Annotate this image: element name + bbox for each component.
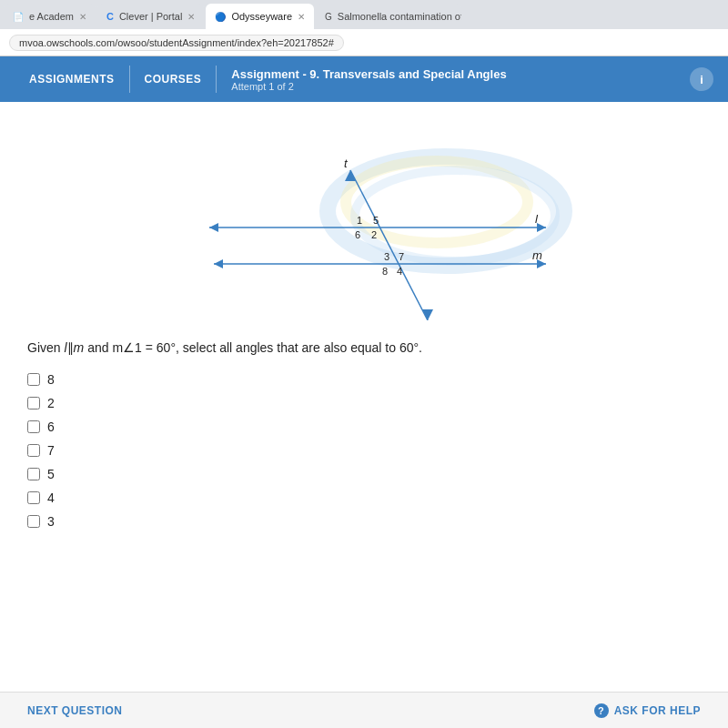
tab-odysseyware[interactable]: 🔵 Odysseyware ✕ <box>206 4 314 29</box>
option-2: 2 <box>27 396 701 410</box>
angle-8-label: 8 <box>382 266 388 277</box>
checkbox-2[interactable] <box>27 397 40 410</box>
browser-tabs: 📄 e Academ ✕ C Clever | Portal ✕ 🔵 Odyss… <box>0 0 728 29</box>
angle-7-label: 7 <box>399 251 404 262</box>
checkbox-5[interactable] <box>27 468 40 480</box>
ask-for-help-button[interactable]: ? ASK FOR HELP <box>594 703 701 718</box>
option-6: 6 <box>27 420 701 434</box>
assignment-prefix: Assignment <box>231 67 298 81</box>
option-8: 8 <box>27 372 701 387</box>
checkbox-8[interactable] <box>27 373 40 386</box>
assignment-name: 9. Transversals and Special Angles <box>309 67 506 81</box>
footer: NEXT QUESTION ? ASK FOR HELP <box>0 692 728 728</box>
option-7: 7 <box>27 443 701 458</box>
angle-2-label: 2 <box>371 229 377 240</box>
attempt-label: Attempt 1 of 2 <box>231 81 675 92</box>
angle-1-label: 1 <box>357 215 362 226</box>
checkbox-4[interactable] <box>27 491 40 504</box>
courses-nav[interactable]: COURSES <box>130 73 217 86</box>
label-5: 5 <box>47 467 55 481</box>
angle-4-label: 4 <box>397 266 402 277</box>
app-header: ASSIGNMENTS COURSES Assignment - 9. Tran… <box>0 56 728 102</box>
checkbox-7[interactable] <box>27 444 40 457</box>
svg-marker-7 <box>214 259 223 268</box>
svg-marker-11 <box>422 309 433 320</box>
tab-academy[interactable]: 📄 e Academ ✕ <box>4 4 96 29</box>
help-icon: ? <box>594 703 609 718</box>
label-3: 3 <box>47 514 55 529</box>
assignments-nav[interactable]: ASSIGNMENTS <box>15 73 129 86</box>
option-3: 3 <box>27 514 701 529</box>
main-content: l m t 1 5 6 2 <box>0 102 728 692</box>
checkbox-3[interactable] <box>27 515 40 528</box>
info-icon-button[interactable]: i <box>690 67 713 91</box>
checkbox-6[interactable] <box>27 420 40 433</box>
option-5: 5 <box>27 467 701 481</box>
angle-6-label: 6 <box>355 229 360 240</box>
assignment-info: Assignment - 9. Transversals and Special… <box>217 67 690 92</box>
next-question-button[interactable]: NEXT QUESTION <box>27 704 123 717</box>
label-6: 6 <box>47 420 55 434</box>
question-text: Given l∥m and m∠1 = 60°, select all angl… <box>27 339 701 358</box>
option-4: 4 <box>27 490 701 505</box>
tab-google[interactable]: G Salmonella contamination of ✕ <box>316 4 461 29</box>
svg-marker-4 <box>209 223 218 232</box>
diagram-container: l m t 1 5 6 2 <box>27 120 701 320</box>
angle-3-label: 3 <box>384 251 389 262</box>
line-t-label: t <box>344 157 349 170</box>
address-bar: mvoa.owschools.com/owsoo/studentAssignme… <box>0 29 728 56</box>
tab-clever[interactable]: C Clever | Portal ✕ <box>97 4 204 29</box>
geometry-diagram: l m t 1 5 6 2 <box>155 120 573 320</box>
assignment-title: Assignment - 9. Transversals and Special… <box>231 67 675 81</box>
label-7: 7 <box>47 443 55 458</box>
ask-help-label: ASK FOR HELP <box>614 704 701 717</box>
line-m-label: m <box>532 248 542 262</box>
given-prefix: Given l∥m and m∠1 = 60°, select all angl… <box>27 340 422 355</box>
angle-5-label: 5 <box>373 215 379 226</box>
url-display[interactable]: mvoa.owschools.com/owsoo/studentAssignme… <box>9 35 344 51</box>
label-4: 4 <box>47 490 55 505</box>
label-8: 8 <box>47 372 55 387</box>
label-2: 2 <box>47 396 55 410</box>
answer-options: 8 2 6 7 5 4 3 <box>27 372 701 529</box>
